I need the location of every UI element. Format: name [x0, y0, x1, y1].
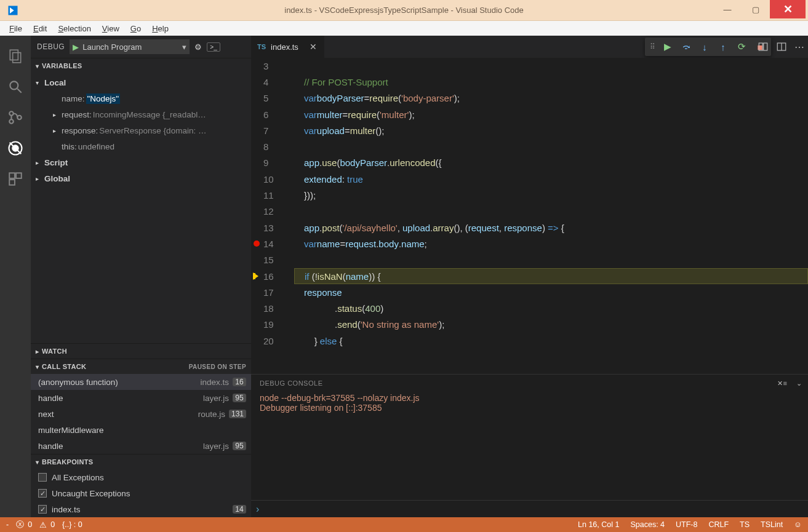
maximize-button[interactable]: ▢ [742, 0, 770, 18]
clear-console-icon[interactable]: ✕≡ [777, 379, 787, 387]
code-line[interactable]: .status(400) [294, 300, 808, 316]
code-line[interactable]: response [294, 284, 808, 300]
code-line[interactable] [294, 204, 808, 220]
variable-row[interactable]: ▸response: ServerResponse {domain: … [31, 122, 251, 138]
breakpoint-row[interactable]: ✓Uncaught Exceptions [31, 485, 251, 501]
code-line[interactable]: var name = request.body.name; [294, 236, 808, 252]
explorer-icon[interactable] [0, 41, 31, 71]
code-line[interactable]: if (!isNaN(name)) { [294, 268, 808, 284]
close-button[interactable]: ✕ [770, 0, 806, 18]
continue-button[interactable]: ▶ [659, 39, 676, 55]
checkbox-icon[interactable] [38, 473, 47, 482]
compare-icon[interactable] [758, 41, 769, 52]
sb-feedback-icon[interactable]: ☺ [794, 520, 802, 529]
menu-help[interactable]: Help [146, 23, 174, 34]
minimize-button[interactable]: — [713, 0, 742, 18]
chevron-down-icon: ▾ [182, 42, 186, 52]
code-line[interactable] [294, 58, 808, 74]
menu-view[interactable]: View [97, 23, 125, 34]
section-breakpoints-header[interactable]: ▾ BREAKPOINTS [31, 455, 251, 469]
sb-eol[interactable]: CRLF [708, 520, 729, 529]
breakpoint-row[interactable]: All Exceptions [31, 469, 251, 485]
breakpoint-row[interactable]: ✓index.ts14 [31, 501, 251, 517]
section-variables-header[interactable]: ▾ VARIABLES [31, 58, 251, 73]
code-line[interactable]: var upload = multer(); [294, 122, 808, 138]
menu-edit[interactable]: Edit [28, 23, 52, 34]
section-callstack-header[interactable]: ▾ CALL STACK PAUSED ON STEP [31, 359, 251, 374]
app-icon [5, 2, 21, 18]
tabbar: TS index.ts ✕ ⠿ ▶ ⤼ ↓ ↑ ⟳ ■ ⋯ [251, 36, 808, 58]
grip-icon[interactable]: ⠿ [647, 42, 658, 51]
variable-row[interactable]: ▸request: IncomingMessage {_readabl… [31, 106, 251, 122]
search-icon[interactable] [0, 71, 31, 102]
code-line[interactable]: app.post('/api/sayhello', upload.array()… [294, 220, 808, 236]
code-line[interactable]: } else { [294, 333, 808, 349]
editor-body[interactable]: 34567891011121314151617181920 // For POS… [251, 58, 808, 374]
chevron-down-icon[interactable]: ⌄ [796, 379, 802, 387]
debug-console-title: DEBUG CONSOLE [260, 379, 322, 387]
variable-row[interactable]: name: "Nodejs" [31, 90, 251, 106]
tab-index-ts[interactable]: TS index.ts ✕ [251, 36, 325, 58]
split-editor-icon[interactable] [776, 41, 787, 52]
callstack-row[interactable]: multerMiddleware [31, 422, 251, 438]
chevron-right-icon: ▸ [33, 348, 42, 355]
extensions-icon[interactable] [0, 164, 31, 194]
debug-console-input[interactable]: › [251, 500, 808, 517]
debug-toolbar[interactable]: ⠿ ▶ ⤼ ↓ ↑ ⟳ ■ [645, 38, 771, 56]
variable-scope[interactable]: ▸Global [31, 170, 251, 186]
section-breakpoints-title: BREAKPOINTS [42, 458, 93, 466]
code-line[interactable]: var bodyParser = require('body-parser'); [294, 90, 808, 106]
callstack-row[interactable]: (anonymous function)index.ts16 [31, 374, 251, 390]
step-out-button[interactable]: ↑ [714, 39, 732, 55]
svg-line-3 [17, 89, 22, 93]
restart-button[interactable]: ⟳ [733, 39, 750, 55]
callstack-status: PAUSED ON STEP [189, 363, 246, 370]
sb-warnings[interactable]: ⚠ 0 [39, 520, 55, 530]
section-watch-header[interactable]: ▸ WATCH [31, 344, 251, 359]
code-line[interactable]: // For POST-Support [294, 74, 808, 90]
callstack-row[interactable]: nextroute.js131 [31, 406, 251, 422]
debug-console-output: node --debug-brk=37585 --nolazy index.js… [251, 392, 808, 414]
menu-file[interactable]: File [4, 23, 28, 34]
sb-brace[interactable]: {..} : 0 [62, 520, 82, 529]
chevron-down-icon: ▾ [33, 363, 42, 370]
tab-label: index.ts [271, 42, 298, 52]
callstack-row[interactable]: handlelayer.js95 [31, 390, 251, 406]
variable-scope[interactable]: ▾Local [31, 74, 251, 90]
menu-go[interactable]: Go [125, 23, 146, 34]
code-line[interactable]: extended: true [294, 171, 808, 187]
sb-errors[interactable]: ⓧ 0 [16, 520, 32, 530]
variable-scope[interactable]: ▸Script [31, 154, 251, 170]
svg-rect-10 [9, 173, 15, 178]
sb-spaces[interactable]: Spaces: 4 [630, 520, 665, 529]
debug-console-toggle-icon[interactable]: >_ [207, 42, 220, 52]
variable-row[interactable]: this: undefined [31, 138, 251, 154]
code-line[interactable]: var multer = require('multer'); [294, 106, 808, 122]
sb-lang[interactable]: TS [740, 520, 750, 529]
more-icon[interactable]: ⋯ [794, 41, 804, 53]
chevron-down-icon: ▾ [33, 63, 42, 69]
step-over-button[interactable]: ⤼ [678, 39, 695, 55]
sb-linter[interactable]: TSLint [761, 520, 783, 529]
code-line[interactable]: .send('No string as name'); [294, 317, 808, 333]
start-debug-icon[interactable]: ▶ [73, 42, 79, 52]
debug-icon[interactable] [0, 133, 31, 164]
breakpoint-dot-icon[interactable] [254, 240, 260, 247]
code-line[interactable] [294, 252, 808, 268]
gear-icon[interactable]: ⚙ [194, 42, 202, 52]
code-line[interactable]: })); [294, 187, 808, 203]
step-into-button[interactable]: ↓ [696, 39, 713, 55]
svg-rect-12 [9, 180, 15, 185]
checkbox-icon[interactable]: ✓ [38, 489, 47, 498]
checkbox-icon[interactable]: ✓ [38, 505, 47, 514]
callstack-row[interactable]: handlelayer.js95 [31, 438, 251, 454]
code-line[interactable] [294, 138, 808, 154]
sb-cursor[interactable]: Ln 16, Col 1 [578, 520, 619, 529]
typescript-icon: TS [257, 43, 266, 50]
launch-config-select[interactable]: ▶ Launch Program ▾ [70, 39, 190, 54]
menu-selection[interactable]: Selection [52, 23, 96, 34]
scm-icon[interactable] [0, 102, 31, 133]
close-icon[interactable]: ✕ [310, 42, 317, 52]
sb-encoding[interactable]: UTF-8 [676, 520, 697, 529]
code-line[interactable]: app.use(bodyParser.urlencoded({ [294, 155, 808, 171]
